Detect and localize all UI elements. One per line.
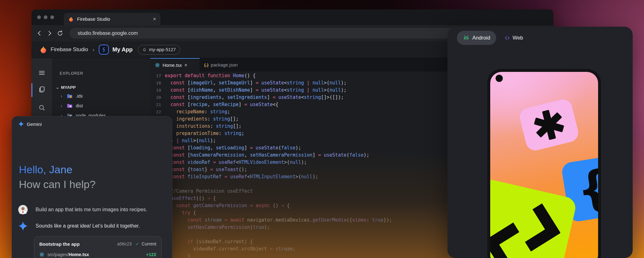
window-control-dot[interactable] — [37, 15, 41, 19]
gemini-greeting: Hello, Jane How can I help? — [19, 162, 96, 192]
window-controls[interactable] — [37, 15, 54, 19]
window-control-dot[interactable] — [50, 15, 54, 19]
tree-item-label: dist — [76, 103, 83, 108]
tree-item-label: .idx — [76, 94, 83, 99]
react-icon — [39, 252, 44, 257]
stage: Firebase Studio × studio.firebase.google… — [0, 0, 644, 258]
gemini-sparkle-icon — [18, 121, 24, 127]
app-spark-icon — [99, 45, 109, 55]
commit-hash: a56c23 — [117, 241, 132, 246]
changed-file-row[interactable]: src/pages/Home.tsx +122 — [39, 252, 156, 257]
tab-close-icon[interactable]: × — [153, 17, 156, 22]
android-icon — [463, 35, 469, 41]
greeting-line-2: How can I help? — [19, 177, 96, 192]
workspace-badge[interactable]: my-app-5127 — [138, 45, 180, 55]
editor-tab-package-json[interactable]: {..} package.json — [200, 58, 253, 72]
card-title: Bootstrap the app — [39, 241, 117, 247]
tree-root-label: MYAPP — [61, 85, 76, 90]
url-text: studio.firebase.google.com — [78, 30, 138, 36]
react-icon — [155, 62, 160, 68]
toggle-android-label: Android — [472, 35, 490, 41]
menu-icon[interactable] — [38, 69, 46, 77]
browser-tabstrip: Firebase Studio × — [31, 9, 553, 25]
folder-dist-icon — [67, 103, 73, 109]
reload-icon[interactable] — [57, 30, 64, 37]
bootstrap-card[interactable]: Bootstrap the app a56c23 ✓ Current src/p… — [34, 236, 162, 258]
code-brackets-icon — [504, 35, 510, 41]
forward-icon[interactable] — [46, 30, 53, 37]
editor-tab-label: Home.tsx — [163, 63, 182, 68]
toggle-web-label: Web — [513, 35, 523, 41]
gemini-sparkle-icon — [18, 221, 28, 231]
bootstrap-card-header: Bootstrap the app a56c23 ✓ Current — [39, 241, 156, 247]
browser-tab[interactable]: Firebase Studio × — [64, 13, 160, 25]
brand-title[interactable]: Firebase Studio — [51, 46, 88, 53]
tree-item-idx[interactable]: › .idx — [61, 91, 83, 101]
tree-item-dist[interactable]: › dist — [61, 101, 83, 110]
firebase-favicon-icon — [68, 16, 74, 22]
tab-close-icon[interactable]: × — [184, 63, 187, 68]
greeting-line-1: Hello, Jane — [19, 162, 96, 177]
diff-added-count: +122 — [146, 252, 156, 257]
tree-root-myapp[interactable]: ⌄ MYAPP — [56, 83, 76, 92]
chevron-down-icon: ⌄ — [56, 85, 59, 90]
platform-toggle: Android Web — [457, 31, 523, 45]
chat-message-gemini: Sounds like a great idea! Let’s build it… — [18, 221, 166, 231]
breadcrumb-separator: › — [92, 46, 94, 53]
preview-panel: Android Web — [447, 27, 633, 258]
search-icon[interactable] — [38, 104, 46, 111]
camera-hole-icon — [496, 75, 503, 82]
chat-message-user: Build an app that lets me turn images in… — [18, 205, 166, 214]
user-avatar — [18, 205, 28, 214]
explorer-files-icon[interactable] — [38, 86, 46, 93]
droplet-icon — [142, 47, 147, 52]
toggle-android[interactable]: Android — [457, 31, 496, 45]
firebase-logo-icon — [39, 46, 47, 54]
tile-code — [490, 178, 578, 258]
chevron-right-icon: › — [61, 94, 64, 99]
phone-screen[interactable]: { — [490, 72, 598, 258]
json-braces-icon: {..} — [204, 62, 208, 67]
status-badge: Current — [142, 241, 156, 246]
chat-message-text: Build an app that lets me turn images in… — [36, 207, 147, 212]
asterisk-icon — [530, 105, 569, 144]
gemini-title: Gemini — [27, 121, 42, 127]
check-icon: ✓ — [136, 241, 140, 247]
app-name[interactable]: My App — [112, 46, 132, 53]
phone-mockup: { — [487, 68, 602, 258]
gemini-panel: Gemini Hello, Jane How can I help? Build… — [12, 116, 172, 258]
editor-tab-home-tsx[interactable]: Home.tsx × — [150, 58, 200, 72]
folder-idx-icon — [67, 93, 73, 99]
gemini-header: Gemini — [18, 121, 42, 127]
chevron-right-icon: › — [61, 103, 64, 108]
file-path: src/pages/Home.tsx — [47, 252, 89, 257]
back-icon[interactable] — [36, 30, 43, 37]
active-view-indicator — [31, 83, 32, 97]
workspace-name: my-app-5127 — [149, 47, 176, 52]
angle-brackets-icon — [490, 187, 567, 258]
explorer-title: EXPLORER — [60, 71, 83, 76]
tile-asterisk — [518, 97, 580, 152]
browser-tab-title: Firebase Studio — [77, 16, 150, 22]
toggle-web[interactable]: Web — [504, 35, 523, 41]
window-control-dot[interactable] — [44, 15, 47, 19]
editor-tab-label: package.json — [211, 62, 237, 67]
chat-message-text: Sounds like a great idea! Let’s build it… — [36, 223, 140, 229]
curly-brace-icon: { — [574, 163, 598, 215]
